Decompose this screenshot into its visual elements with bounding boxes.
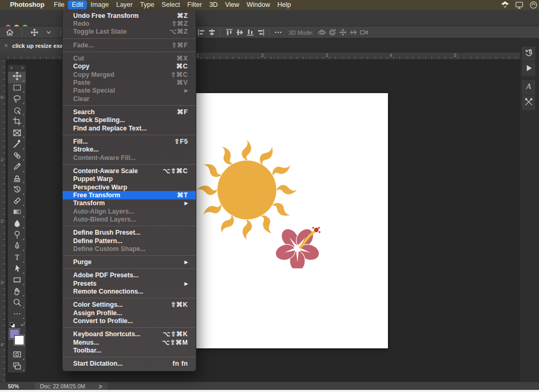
edit-toolbar-button[interactable]	[8, 309, 26, 321]
menu-item-convert-to-profile[interactable]: Convert to Profile...	[63, 317, 196, 325]
menu-item-presets[interactable]: Presets▶	[63, 279, 196, 287]
menu-item-search[interactable]: Search⌘F	[63, 108, 196, 116]
history-brush-tool[interactable]	[8, 185, 26, 196]
eyedropper-tool[interactable]	[8, 139, 26, 151]
path-selection-tool[interactable]	[8, 264, 26, 276]
menubar-item-3d[interactable]: 3D	[206, 1, 222, 9]
dropbox-icon[interactable]	[501, 1, 510, 9]
menu-item-undo-free-transform[interactable]: Undo Free Transform⌘Z	[63, 12, 196, 19]
blur-tool[interactable]	[8, 219, 26, 230]
tools-panel-collapse-icon[interactable]: »	[21, 65, 24, 71]
menu-item-fade[interactable]: Fade...⇧⌘F	[63, 41, 196, 49]
menu-item-paste[interactable]: Paste⌘V	[63, 78, 196, 86]
dodge-tool[interactable]	[8, 230, 26, 242]
menu-item-keyboard-shortcuts[interactable]: Keyboard Shortcuts...⌥⇧⌘K	[63, 330, 196, 338]
menubar-item-help[interactable]: Help	[274, 1, 295, 9]
menu-item-content-aware-fill[interactable]: Content-Aware Fill...	[63, 154, 196, 162]
chevron-down-icon[interactable]	[43, 27, 54, 37]
menu-item-free-transform[interactable]: Free Transform⌘T	[63, 191, 196, 199]
pen-tool[interactable]	[8, 242, 26, 253]
align-left-icon[interactable]	[196, 27, 206, 38]
menu-item-purge[interactable]: Purge▶	[63, 258, 196, 266]
quick-mask-button[interactable]	[8, 350, 26, 361]
eraser-tool[interactable]	[8, 196, 26, 208]
menu-item-copy-merged[interactable]: Copy Merged⇧⌘C	[63, 71, 196, 78]
menu-item-fill[interactable]: Fill...⇧F5	[63, 137, 196, 145]
ellipsis-icon[interactable]	[273, 27, 283, 38]
menu-item-define-brush-preset[interactable]: Define Brush Preset...	[63, 229, 196, 237]
status-chevron-icon[interactable]: >	[99, 382, 102, 390]
document-size-field[interactable]: Doc: 22.0M/25.0M >	[35, 383, 107, 390]
tool-presets-panel-button[interactable]	[522, 95, 535, 110]
menu-item-start-dictation[interactable]: Start Dictation...fn fn	[63, 360, 196, 368]
move-tool-icon[interactable]	[29, 27, 39, 37]
menubar-item-photoshop[interactable]: Photoshop	[6, 1, 48, 9]
move-tool[interactable]	[8, 72, 26, 83]
align-center-h-icon[interactable]	[206, 27, 217, 38]
menu-item-stroke[interactable]: Stroke...	[63, 146, 196, 154]
menu-item-assign-profile[interactable]: Assign Profile...	[63, 309, 196, 317]
brush-tool[interactable]	[8, 162, 26, 174]
type-tool[interactable]: T	[8, 253, 26, 264]
default-colors-icon[interactable]	[10, 323, 15, 327]
align-center-v-icon[interactable]	[234, 27, 245, 38]
menubar-item-select[interactable]: Select	[158, 1, 184, 9]
history-panel-button[interactable]	[522, 46, 535, 62]
menu-item-find-and-replace-text[interactable]: Find and Replace Text...	[63, 124, 196, 132]
menubar-item-view[interactable]: View	[222, 1, 243, 9]
healing-brush-tool[interactable]	[8, 151, 26, 163]
menu-item-toggle-last-state[interactable]: Toggle Last State⌥⌘Z	[63, 28, 196, 36]
menu-item-auto-blend-layers[interactable]: Auto-Blend Layers...	[63, 216, 196, 224]
hand-tool[interactable]	[8, 287, 26, 298]
menubar-item-file[interactable]: File	[50, 1, 68, 9]
menu-item-menus[interactable]: Menus...⌥⇧⌘M	[63, 338, 196, 346]
menubar-item-window[interactable]: Window	[243, 1, 274, 9]
menu-item-paste-special[interactable]: Paste Special▶	[63, 87, 196, 95]
menu-item-adobe-pdf-presets[interactable]: Adobe PDF Presets...	[63, 272, 196, 279]
tools-panel-close-icon[interactable]: ×	[10, 65, 13, 71]
align-bottom-icon[interactable]	[245, 27, 255, 38]
background-color-swatch[interactable]	[14, 335, 24, 345]
menubar-item-type[interactable]: Type	[136, 1, 158, 9]
menu-item-remote-connections[interactable]: Remote Connections...	[63, 288, 196, 296]
menu-item-define-pattern[interactable]: Define Pattern...	[63, 237, 196, 245]
menu-item-transform[interactable]: Transform▶	[63, 199, 196, 207]
menubar-item-image[interactable]: Image	[87, 1, 113, 9]
menu-item-color-settings[interactable]: Color Settings...⇧⌘K	[63, 301, 196, 309]
zoom-level[interactable]: 50%	[8, 383, 19, 389]
screen-mode-button[interactable]	[8, 361, 26, 373]
menu-item-auto-align-layers[interactable]: Auto-Align Layers...	[63, 207, 196, 215]
menu-item-check-spelling[interactable]: Check Spelling...	[63, 116, 196, 124]
home-icon[interactable]	[4, 27, 15, 37]
menubar-item-filter[interactable]: Filter	[184, 1, 206, 9]
actions-panel-button[interactable]	[522, 62, 535, 77]
shape-tool[interactable]	[8, 275, 26, 287]
menu-item-copy[interactable]: Copy⌘C	[63, 63, 196, 71]
menubar-item-edit[interactable]: Edit	[68, 1, 87, 9]
vertical-ruler[interactable]: 01234	[0, 59, 6, 381]
frame-tool[interactable]	[8, 128, 26, 140]
display-icon[interactable]	[515, 1, 524, 9]
document-canvas[interactable]	[196, 93, 388, 348]
clone-stamp-tool[interactable]	[8, 174, 26, 185]
menu-item-perspective-warp[interactable]: Perspective Warp	[63, 183, 196, 191]
swap-colors-icon[interactable]: ⤾	[21, 321, 25, 327]
menu-item-cut[interactable]: Cut⌘X	[63, 54, 196, 62]
align-top-icon[interactable]	[224, 27, 234, 38]
menu-item-toolbar[interactable]: Toolbar...	[63, 346, 196, 354]
menu-item-clear[interactable]: Clear	[63, 95, 196, 103]
rectangular-marquee-tool[interactable]	[8, 83, 26, 95]
lasso-tool[interactable]	[8, 94, 26, 106]
menu-item-content-aware-scale[interactable]: Content-Aware Scale⌥⇧⌘C	[63, 167, 196, 175]
menu-item-redo[interactable]: Redo⇧⌘Z	[63, 19, 196, 27]
crop-tool[interactable]	[8, 117, 26, 128]
creative-cloud-icon[interactable]	[529, 1, 538, 9]
menubar-item-layer[interactable]: Layer	[113, 1, 136, 9]
menu-item-define-custom-shape[interactable]: Define Custom Shape...	[63, 245, 196, 253]
menu-item-puppet-warp[interactable]: Puppet Warp	[63, 175, 196, 183]
tab-close-icon[interactable]: ×	[4, 42, 8, 49]
zoom-tool[interactable]	[8, 298, 26, 309]
gradient-tool[interactable]	[8, 207, 26, 219]
align-right-icon[interactable]	[255, 27, 266, 38]
quick-selection-tool[interactable]	[8, 106, 26, 117]
